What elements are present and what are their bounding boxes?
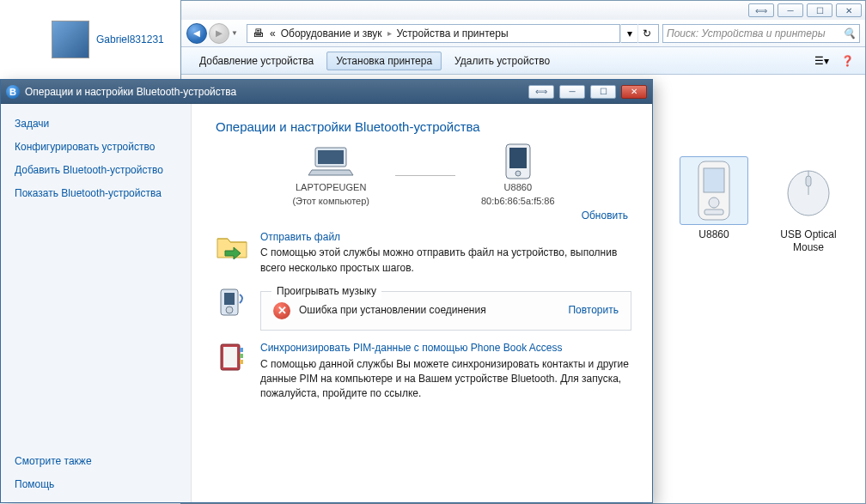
- connection-line-icon: [395, 175, 455, 176]
- sidebar-configure-link[interactable]: Конфигурировать устройство: [15, 140, 180, 155]
- bluetooth-main: Операции и настройки Bluetooth-устройств…: [192, 104, 652, 502]
- remote-device: U8860 80:b6:86:5a:f5:86: [481, 144, 555, 206]
- breadcrumb-seg-1[interactable]: Оборудование и звук: [281, 27, 382, 39]
- navigation-bar: ◄ ► ▼ 🖶 « Оборудование и звук ▸ Устройст…: [181, 20, 865, 47]
- bluetooth-titlebar[interactable]: B Операции и настройки Bluetooth-устройс…: [1, 80, 652, 104]
- nav-history-dropdown[interactable]: ▼: [231, 29, 241, 37]
- phone-mac: 80:b6:86:5a:f5:86: [481, 196, 555, 206]
- svg-point-10: [515, 171, 521, 176]
- svg-rect-17: [240, 354, 243, 358]
- bluetooth-sidebar: Задачи Конфигурировать устройство Добави…: [1, 104, 192, 502]
- printer-icon: 🖶: [251, 27, 265, 40]
- folder-send-icon: [216, 230, 248, 263]
- device-label: USB OpticalMouse: [765, 228, 851, 254]
- view-options-button[interactable]: ☰▾: [812, 52, 831, 70]
- svg-point-13: [226, 307, 233, 313]
- svg-rect-1: [704, 168, 724, 192]
- command-toolbar: Добавление устройства Установка принтера…: [181, 47, 865, 75]
- close-button[interactable]: ✕: [836, 3, 862, 17]
- address-refresh-icon[interactable]: ↻: [637, 24, 655, 43]
- search-input[interactable]: Поиск: Устройства и принтеры 🔍: [662, 24, 860, 43]
- phone-icon: [494, 144, 542, 179]
- address-dropdown-icon[interactable]: ▾: [620, 24, 637, 43]
- bluetooth-icon: B: [6, 85, 20, 99]
- music-status-box: Проигрывать музыку ✕ Ошибка при установл…: [260, 291, 631, 331]
- bt-ghost-button[interactable]: ⟺: [528, 85, 554, 99]
- svg-rect-18: [240, 360, 243, 364]
- device-tile-mouse[interactable]: USB OpticalMouse: [765, 156, 851, 254]
- window-titlebar[interactable]: ⟺ ─ ☐ ✕: [181, 1, 865, 20]
- bt-maximize-button[interactable]: ☐: [590, 85, 616, 99]
- add-printer-button[interactable]: Установка принтера: [326, 52, 442, 70]
- play-music-service: Проигрывать музыку ✕ Ошибка при установл…: [216, 286, 631, 331]
- sidebar-seealso-header: Смотрите также: [15, 455, 180, 467]
- user-tile[interactable]: Gabriel831231: [52, 21, 164, 58]
- bluetooth-title-text: Операции и настройки Bluetooth-устройств…: [25, 86, 236, 98]
- sidebar-tasks-header: Задачи: [15, 118, 180, 130]
- laptop-icon: [307, 144, 355, 179]
- bluetooth-operations-window: B Операции и настройки Bluetooth-устройс…: [0, 79, 653, 503]
- music-retry-link[interactable]: Повторить: [568, 303, 619, 318]
- device-tile-phone[interactable]: U8860: [671, 156, 757, 241]
- svg-rect-5: [806, 176, 811, 186]
- sidebar-show-link[interactable]: Показать Bluetooth-устройства: [15, 186, 180, 201]
- send-file-link[interactable]: Отправить файл: [260, 231, 340, 243]
- this-computer: LAPTOPEUGEN (Этот компьютер): [292, 144, 369, 206]
- add-device-button[interactable]: Добавление устройства: [190, 52, 323, 70]
- bt-close-button[interactable]: ✕: [621, 85, 647, 99]
- help-button[interactable]: ❓: [838, 52, 857, 70]
- connection-diagram: LAPTOPEUGEN (Этот компьютер) U8860 80:b6…: [216, 144, 631, 206]
- svg-rect-12: [224, 293, 235, 305]
- breadcrumb-chevrons[interactable]: «: [270, 27, 276, 39]
- phone-device-icon: [680, 156, 748, 225]
- phone-name: U8860: [504, 182, 532, 192]
- music-error-text: Ошибка при установлении соединения: [299, 303, 486, 318]
- svg-rect-3: [704, 209, 723, 215]
- laptop-name: LAPTOPEUGEN: [296, 182, 366, 192]
- address-book-icon: [216, 341, 248, 373]
- maximize-button[interactable]: ☐: [807, 3, 832, 17]
- svg-rect-7: [318, 150, 344, 164]
- breadcrumb-sep-icon: ▸: [387, 28, 392, 38]
- sidebar-add-link[interactable]: Добавить Bluetooth-устройство: [15, 163, 180, 178]
- remove-device-button[interactable]: Удалить устройство: [445, 52, 559, 70]
- mouse-device-icon: [774, 156, 843, 225]
- svg-rect-16: [240, 348, 243, 352]
- search-icon: 🔍: [843, 27, 856, 39]
- address-bar[interactable]: 🖶 « Оборудование и звук ▸ Устройства и п…: [247, 24, 659, 43]
- nav-back-button[interactable]: ◄: [186, 23, 207, 44]
- send-file-service: Отправить файл С помощью этой службы мож…: [216, 230, 631, 276]
- titlebar-ghost-button[interactable]: ⟺: [748, 3, 774, 17]
- sidebar-help-link[interactable]: Помощь: [15, 477, 180, 492]
- breadcrumb-seg-2[interactable]: Устройства и принтеры: [397, 27, 509, 39]
- music-legend: Проигрывать музыку: [271, 284, 381, 299]
- svg-rect-9: [509, 148, 527, 168]
- error-icon: ✕: [273, 302, 290, 319]
- user-name: Gabriel831231: [96, 33, 164, 46]
- send-file-desc: С помощью этой службы можно отправить фа…: [260, 246, 631, 276]
- pim-sync-service: Синхронизировать PIM-данные с помощью Ph…: [216, 341, 631, 402]
- pim-sync-link[interactable]: Синхронизировать PIM-данные с помощью Ph…: [260, 342, 562, 354]
- refresh-link[interactable]: Обновить: [582, 209, 628, 222]
- svg-rect-15: [223, 347, 237, 367]
- bluetooth-heading: Операции и настройки Bluetooth-устройств…: [216, 119, 631, 134]
- music-device-icon: [216, 286, 248, 319]
- pim-sync-desc: С помощью данной службы Вы можете синхро…: [260, 357, 631, 402]
- user-avatar: [52, 21, 89, 58]
- nav-forward-button: ►: [209, 23, 229, 44]
- bt-minimize-button[interactable]: ─: [559, 85, 585, 99]
- device-label: U8860: [671, 228, 757, 241]
- svg-point-2: [709, 197, 719, 208]
- search-placeholder: Поиск: Устройства и принтеры: [667, 27, 843, 39]
- minimize-button[interactable]: ─: [778, 3, 803, 17]
- laptop-sub: (Этот компьютер): [292, 196, 369, 206]
